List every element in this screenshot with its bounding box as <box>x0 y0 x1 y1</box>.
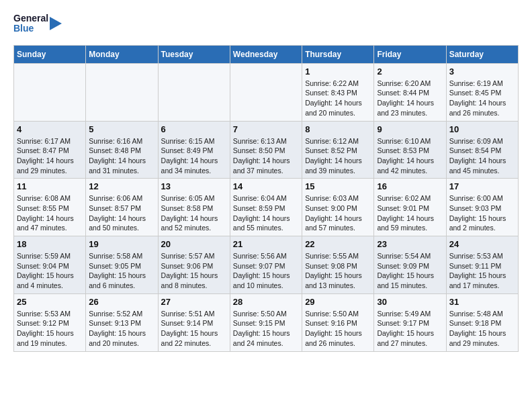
day-info: Sunrise: 5:54 AM Sunset: 9:09 PM Dayligh… <box>377 251 443 291</box>
day-number: 27 <box>161 297 227 307</box>
svg-marker-0 <box>50 17 62 30</box>
day-number: 18 <box>17 239 83 249</box>
weekday-header: Wednesday <box>230 45 302 63</box>
day-info: Sunrise: 5:52 AM Sunset: 9:13 PM Dayligh… <box>89 309 154 349</box>
day-info: Sunrise: 5:57 AM Sunset: 9:06 PM Dayligh… <box>161 251 227 291</box>
calendar-cell: 26Sunrise: 5:52 AM Sunset: 9:13 PM Dayli… <box>86 293 158 351</box>
day-info: Sunrise: 5:48 AM Sunset: 9:18 PM Dayligh… <box>449 309 515 349</box>
day-number: 16 <box>377 181 443 191</box>
day-number: 11 <box>17 181 83 191</box>
calendar-week-row: 1Sunrise: 6:22 AM Sunset: 8:43 PM Daylig… <box>14 63 519 121</box>
calendar-week-row: 4Sunrise: 6:17 AM Sunset: 8:47 PM Daylig… <box>14 121 519 179</box>
logo: General Blue <box>13 13 63 34</box>
calendar-cell: 23Sunrise: 5:54 AM Sunset: 9:09 PM Dayli… <box>374 236 446 294</box>
day-info: Sunrise: 6:02 AM Sunset: 9:01 PM Dayligh… <box>377 193 443 233</box>
day-number: 6 <box>161 124 227 134</box>
day-number: 28 <box>233 297 299 307</box>
day-info: Sunrise: 6:19 AM Sunset: 8:45 PM Dayligh… <box>449 79 515 118</box>
day-info: Sunrise: 6:04 AM Sunset: 8:59 PM Dayligh… <box>233 193 299 233</box>
calendar-cell: 14Sunrise: 6:04 AM Sunset: 8:59 PM Dayli… <box>230 179 302 236</box>
calendar-week-row: 11Sunrise: 6:08 AM Sunset: 8:55 PM Dayli… <box>14 179 519 236</box>
day-number: 15 <box>305 181 371 191</box>
day-number: 26 <box>89 297 154 307</box>
day-number: 13 <box>161 181 227 191</box>
calendar-cell: 17Sunrise: 6:00 AM Sunset: 9:03 PM Dayli… <box>446 179 518 236</box>
day-number: 2 <box>377 66 443 77</box>
day-number: 8 <box>305 124 371 134</box>
calendar-cell: 2Sunrise: 6:20 AM Sunset: 8:44 PM Daylig… <box>374 63 446 121</box>
day-number: 23 <box>377 239 443 249</box>
day-info: Sunrise: 5:49 AM Sunset: 9:17 PM Dayligh… <box>377 309 443 349</box>
day-info: Sunrise: 6:10 AM Sunset: 8:53 PM Dayligh… <box>377 136 443 176</box>
day-number: 29 <box>305 297 371 307</box>
day-info: Sunrise: 6:15 AM Sunset: 8:49 PM Dayligh… <box>161 136 227 176</box>
page-header: General Blue <box>13 13 519 34</box>
calendar-cell <box>158 63 230 121</box>
day-number: 9 <box>377 124 443 134</box>
day-number: 7 <box>233 124 299 134</box>
day-info: Sunrise: 5:55 AM Sunset: 9:08 PM Dayligh… <box>305 251 371 291</box>
day-number: 4 <box>17 124 83 134</box>
day-info: Sunrise: 5:50 AM Sunset: 9:15 PM Dayligh… <box>233 309 299 349</box>
day-info: Sunrise: 6:16 AM Sunset: 8:48 PM Dayligh… <box>89 136 154 176</box>
weekday-header: Sunday <box>14 45 86 63</box>
calendar-cell <box>14 63 86 121</box>
calendar-cell: 4Sunrise: 6:17 AM Sunset: 8:47 PM Daylig… <box>14 121 86 179</box>
day-number: 30 <box>377 297 443 307</box>
calendar-cell: 25Sunrise: 5:53 AM Sunset: 9:12 PM Dayli… <box>14 293 86 351</box>
calendar-week-row: 18Sunrise: 5:59 AM Sunset: 9:04 PM Dayli… <box>14 236 519 294</box>
weekday-header: Tuesday <box>158 45 230 63</box>
calendar-cell: 1Sunrise: 6:22 AM Sunset: 8:43 PM Daylig… <box>302 63 374 121</box>
day-number: 3 <box>449 66 515 77</box>
calendar-cell: 11Sunrise: 6:08 AM Sunset: 8:55 PM Dayli… <box>14 179 86 236</box>
calendar-cell: 6Sunrise: 6:15 AM Sunset: 8:49 PM Daylig… <box>158 121 230 179</box>
day-number: 24 <box>449 239 515 249</box>
day-info: Sunrise: 6:00 AM Sunset: 9:03 PM Dayligh… <box>449 193 515 233</box>
weekday-header: Saturday <box>446 45 518 63</box>
calendar-cell: 27Sunrise: 5:51 AM Sunset: 9:14 PM Dayli… <box>158 293 230 351</box>
calendar-cell: 31Sunrise: 5:48 AM Sunset: 9:18 PM Dayli… <box>446 293 518 351</box>
calendar-cell: 28Sunrise: 5:50 AM Sunset: 9:15 PM Dayli… <box>230 293 302 351</box>
calendar-cell: 8Sunrise: 6:12 AM Sunset: 8:52 PM Daylig… <box>302 121 374 179</box>
day-number: 1 <box>305 66 371 77</box>
day-info: Sunrise: 5:59 AM Sunset: 9:04 PM Dayligh… <box>17 251 83 291</box>
day-info: Sunrise: 6:06 AM Sunset: 8:57 PM Dayligh… <box>89 193 154 233</box>
weekday-header: Thursday <box>302 45 374 63</box>
day-number: 21 <box>233 239 299 249</box>
calendar-header-row: SundayMondayTuesdayWednesdayThursdayFrid… <box>14 45 519 63</box>
day-info: Sunrise: 5:50 AM Sunset: 9:16 PM Dayligh… <box>305 309 371 349</box>
day-info: Sunrise: 6:09 AM Sunset: 8:54 PM Dayligh… <box>449 136 515 176</box>
day-number: 20 <box>161 239 227 249</box>
calendar-cell: 22Sunrise: 5:55 AM Sunset: 9:08 PM Dayli… <box>302 236 374 294</box>
day-info: Sunrise: 5:53 AM Sunset: 9:11 PM Dayligh… <box>449 251 515 291</box>
day-info: Sunrise: 5:53 AM Sunset: 9:12 PM Dayligh… <box>17 309 83 349</box>
day-number: 31 <box>449 297 515 307</box>
calendar-cell: 10Sunrise: 6:09 AM Sunset: 8:54 PM Dayli… <box>446 121 518 179</box>
calendar-cell: 19Sunrise: 5:58 AM Sunset: 9:05 PM Dayli… <box>86 236 158 294</box>
day-number: 10 <box>449 124 515 134</box>
calendar-week-row: 25Sunrise: 5:53 AM Sunset: 9:12 PM Dayli… <box>14 293 519 351</box>
logo-chevron-icon <box>50 13 63 34</box>
day-number: 17 <box>449 181 515 191</box>
weekday-header: Friday <box>374 45 446 63</box>
day-info: Sunrise: 6:17 AM Sunset: 8:47 PM Dayligh… <box>17 136 83 176</box>
calendar-cell <box>86 63 158 121</box>
calendar: SundayMondayTuesdayWednesdayThursdayFrid… <box>13 45 519 352</box>
calendar-cell: 20Sunrise: 5:57 AM Sunset: 9:06 PM Dayli… <box>158 236 230 294</box>
day-number: 19 <box>89 239 154 249</box>
calendar-cell: 15Sunrise: 6:03 AM Sunset: 9:00 PM Dayli… <box>302 179 374 236</box>
calendar-cell: 13Sunrise: 6:05 AM Sunset: 8:58 PM Dayli… <box>158 179 230 236</box>
day-number: 12 <box>89 181 154 191</box>
day-info: Sunrise: 6:20 AM Sunset: 8:44 PM Dayligh… <box>377 79 443 118</box>
day-number: 22 <box>305 239 371 249</box>
day-info: Sunrise: 6:05 AM Sunset: 8:58 PM Dayligh… <box>161 193 227 233</box>
calendar-cell: 12Sunrise: 6:06 AM Sunset: 8:57 PM Dayli… <box>86 179 158 236</box>
day-info: Sunrise: 6:03 AM Sunset: 9:00 PM Dayligh… <box>305 193 371 233</box>
day-number: 25 <box>17 297 83 307</box>
calendar-cell: 3Sunrise: 6:19 AM Sunset: 8:45 PM Daylig… <box>446 63 518 121</box>
day-info: Sunrise: 5:51 AM Sunset: 9:14 PM Dayligh… <box>161 309 227 349</box>
logo-graphic: General Blue <box>13 13 63 34</box>
calendar-cell: 5Sunrise: 6:16 AM Sunset: 8:48 PM Daylig… <box>86 121 158 179</box>
weekday-header: Monday <box>86 45 158 63</box>
calendar-cell: 16Sunrise: 6:02 AM Sunset: 9:01 PM Dayli… <box>374 179 446 236</box>
